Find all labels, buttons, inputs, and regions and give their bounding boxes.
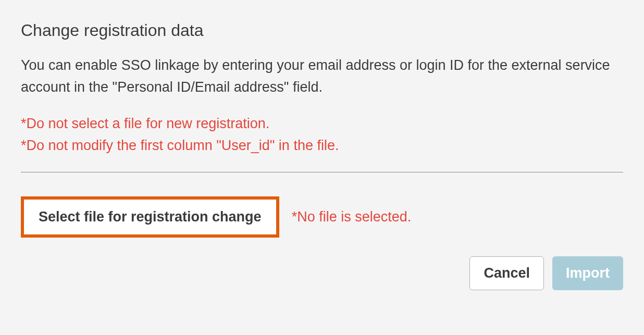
warning-block: *Do not select a file for new registrati… <box>21 113 623 157</box>
cancel-button[interactable]: Cancel <box>469 256 544 290</box>
warning-line-1: *Do not select a file for new registrati… <box>21 113 623 135</box>
select-file-button[interactable]: Select file for registration change <box>39 209 262 225</box>
warning-line-2: *Do not modify the first column "User_id… <box>21 135 623 157</box>
page-title: Change registration data <box>21 21 623 40</box>
description-text: You can enable SSO linkage by entering y… <box>21 55 623 98</box>
file-select-row: Select file for registration change *No … <box>21 196 623 238</box>
no-file-status: *No file is selected. <box>292 209 412 225</box>
actions-row: Cancel Import <box>21 256 623 290</box>
divider <box>21 172 623 172</box>
select-file-highlight: Select file for registration change <box>21 196 279 238</box>
import-button[interactable]: Import <box>552 256 623 290</box>
